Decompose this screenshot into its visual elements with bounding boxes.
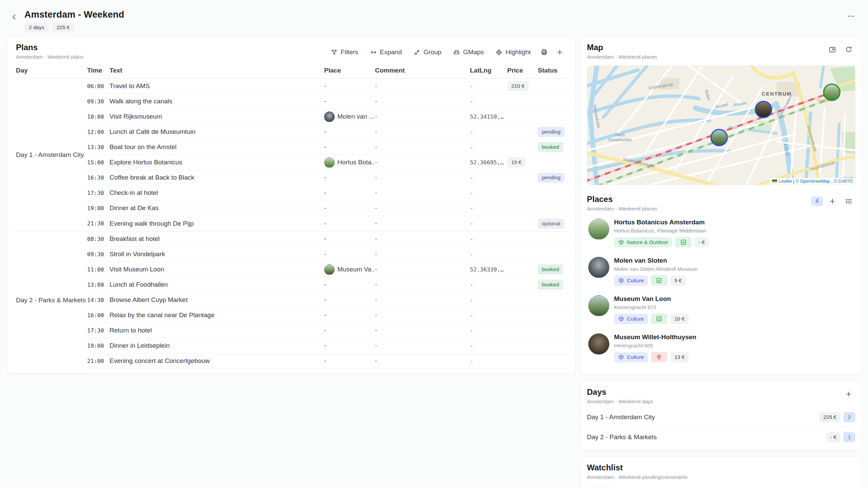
group-label: Group — [423, 48, 441, 56]
cell-latlng: - — [470, 83, 507, 89]
collapse-arrows-icon — [413, 49, 420, 56]
cell-comment: - — [375, 236, 470, 243]
table-row[interactable]: 10:00Visit RijksmuseumMolen van ...-52.3… — [87, 109, 570, 124]
cell-comment: - — [375, 98, 470, 105]
cell-place[interactable]: Hortus Bota... — [324, 157, 375, 168]
attribution-separator: | — [793, 179, 794, 184]
cell-text: Dinner in Leidseplein — [110, 342, 324, 349]
map-marker-willet-holthuysen[interactable] — [755, 101, 772, 118]
print-button[interactable] — [537, 45, 551, 59]
add-place-button[interactable] — [826, 195, 839, 208]
cell-place: - — [324, 327, 375, 334]
table-row[interactable]: 13:00Lunch at Foodhallen---booked — [87, 277, 570, 292]
col-day: Day — [13, 67, 87, 74]
place-address: Molen van Sloten Windmill Museum — [614, 266, 697, 272]
table-row[interactable]: 17:30Check-in at hotel--- — [87, 185, 570, 201]
day-list-item[interactable]: Day 2 - Parks & Markets- €1 — [587, 427, 855, 447]
add-day-button[interactable] — [842, 387, 855, 401]
status-badge: booked — [538, 142, 563, 152]
category-badge: Culture — [614, 276, 648, 286]
cell-latlng: - — [470, 312, 507, 319]
table-row[interactable]: 06:00Travel to AMS---210 € — [87, 79, 570, 94]
cell-text: Relax by the canal near De Plantage — [110, 311, 324, 319]
cell-comment: - — [375, 327, 470, 334]
map-marker-hortus[interactable] — [824, 84, 840, 100]
check-square-icon — [656, 316, 662, 322]
expand-button[interactable]: Expand — [365, 46, 407, 59]
places-count-badge: 4 — [811, 197, 823, 206]
table-row[interactable]: 17:30Return to hotel--- — [87, 323, 570, 338]
cell-price: 15 € — [507, 157, 538, 167]
place-label: Hortus Bota... — [337, 159, 375, 166]
cell-text: Explore Hortus Botanicus — [110, 159, 324, 166]
place-list-item[interactable]: Hortus Botanicus AmsterdamHortus Botanic… — [587, 214, 855, 252]
add-plan-button[interactable] — [553, 45, 567, 59]
cell-time: 13:00 — [87, 282, 110, 288]
place-list-item[interactable]: Molen van SlotenMolen van Sloten Windmil… — [587, 252, 855, 290]
gmaps-button[interactable]: GMaps — [448, 46, 489, 59]
cell-text: Evening walk through De Pijp — [110, 220, 324, 227]
cell-time: 15:00 — [87, 159, 110, 166]
table-row[interactable]: 09:30Walk along the canals--- — [87, 94, 570, 109]
cell-time: 19:00 — [87, 343, 110, 349]
overflow-menu-button[interactable] — [844, 9, 858, 24]
cell-time: 08:30 — [87, 236, 110, 242]
table-row[interactable]: 11:00Visit Museum LoonMuseum Va...-52.36… — [87, 262, 570, 277]
table-row[interactable]: 16:00Relax by the canal near De Plantage… — [87, 308, 570, 323]
day-list-item[interactable]: Day 1 - Amsterdam City225 €2 — [587, 407, 855, 427]
carto-link[interactable]: © CARTO — [834, 179, 853, 184]
table-row[interactable]: 12:00Lunch at Café de Museumtuin---pendi… — [87, 124, 570, 140]
osm-link[interactable]: © OpenStreetMap — [796, 179, 830, 184]
status-badge: pending — [538, 172, 565, 183]
day-list-label: Day 2 - Parks & Markets — [587, 433, 657, 441]
days-title: Days — [587, 387, 653, 397]
group-button[interactable]: Group — [409, 46, 446, 59]
cell-place: - — [324, 128, 375, 136]
cell-comment: - — [375, 266, 470, 273]
cell-comment: - — [375, 159, 470, 166]
table-row[interactable]: 21:00Evening concert at Concertgebouw--- — [87, 353, 570, 369]
cell-text: Lunch at Foodhallen — [110, 281, 324, 288]
table-row[interactable]: 15:00Explore Hortus BotanicusHortus Bota… — [87, 155, 570, 170]
map-marker-van-loon[interactable] — [711, 129, 727, 146]
table-row[interactable]: 19:00Dinner in Leidseplein--- — [87, 338, 570, 353]
table-row[interactable]: 16:30Coffee break at Back to Black---pen… — [87, 170, 570, 185]
back-button[interactable] — [8, 11, 20, 23]
highlight-button[interactable]: Highlight — [491, 46, 535, 59]
place-avatar — [324, 157, 335, 168]
cell-latlng: - — [470, 175, 507, 181]
filters-button[interactable]: Filters — [326, 46, 363, 59]
cube-icon — [618, 278, 624, 284]
map-pin-icon — [656, 354, 662, 360]
days-list: Day 1 - Amsterdam City225 €2Day 2 - Park… — [587, 407, 855, 447]
status-badge: booked — [538, 264, 563, 274]
place-list-item[interactable]: Museum Willet-HolthuysenHerengracht 605C… — [587, 329, 855, 367]
table-row[interactable]: 19:00Dinner at De Kas--- — [87, 201, 570, 216]
plans-card: Plans Amsterdam - Weekend plans Filters … — [7, 36, 576, 374]
place-address: Herengracht 605 — [614, 343, 696, 349]
table-row[interactable]: 08:30Breakfast at hotel--- — [87, 231, 570, 247]
table-row[interactable]: 13:30Boat tour on the Amstel---booked — [87, 140, 570, 155]
cell-place[interactable]: Museum Va... — [324, 264, 375, 275]
attribution-comma: , — [831, 179, 832, 184]
map-fullscreen-button[interactable] — [826, 43, 839, 56]
watchlist-item[interactable]: pendingLunch at Café de Museumtuin — [587, 483, 855, 488]
map-canvas[interactable]: Krijtbergbrug Rokin Amstel Amstel CENTRU… — [587, 65, 855, 185]
leaflet-link[interactable]: Leaflet — [779, 179, 792, 184]
watchlist-subtitle: Amsterdam - Weekend pending/constraints — [587, 474, 688, 480]
cell-comment: - — [375, 251, 470, 258]
map-places-card: Map Amsterdam - Weekend places — [580, 36, 862, 375]
cell-text: Visit Museum Loon — [110, 266, 324, 273]
cell-time: 17:30 — [87, 190, 110, 196]
table-row[interactable]: 14:30Browse Albert Cuyp Market--- — [87, 292, 570, 308]
cell-place[interactable]: Molen van ... — [324, 111, 375, 122]
table-row[interactable]: 21:30Evening walk through De Pijp---opti… — [87, 216, 570, 231]
place-photo — [588, 333, 609, 354]
map-refresh-button[interactable] — [842, 43, 855, 56]
places-list-view-button[interactable] — [842, 195, 855, 208]
table-row[interactable]: 09:30Stroll in Vondelpark--- — [87, 247, 570, 262]
place-list-item[interactable]: Museum Van LoonKeizersgracht 672Culture1… — [587, 290, 855, 329]
cell-latlng: 52.34159,… — [470, 114, 507, 120]
cell-text: Return to hotel — [110, 327, 324, 334]
cell-time: 12:00 — [87, 129, 110, 135]
